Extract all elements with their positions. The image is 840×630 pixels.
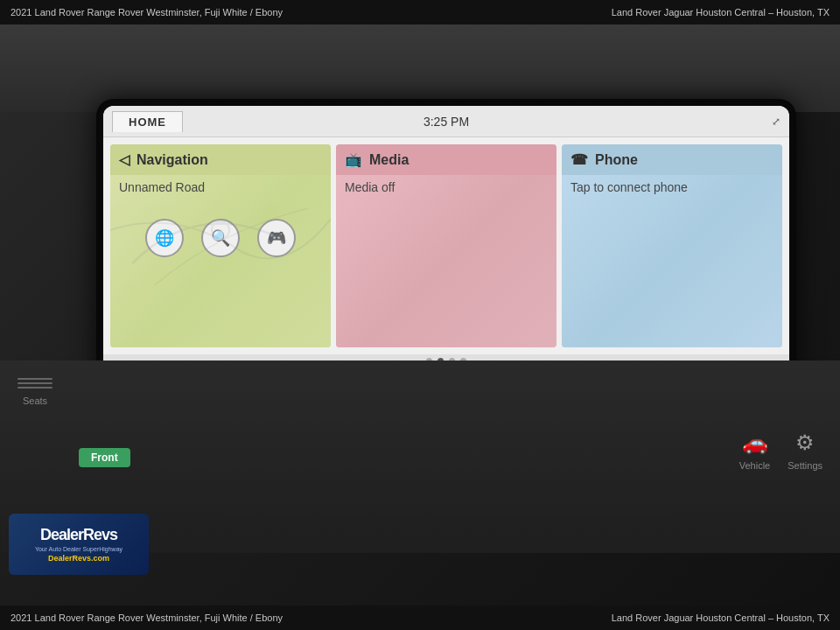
- phone-label: Phone: [595, 152, 638, 168]
- settings-control[interactable]: ⚙ Settings: [788, 430, 822, 471]
- navigation-label: Navigation: [136, 152, 208, 168]
- nav-map-decoration: [110, 175, 331, 285]
- watermark-tagline: Your Auto Dealer SuperHighway: [35, 546, 122, 552]
- media-sub-text: Media off: [345, 180, 395, 194]
- settings-label: Settings: [788, 460, 822, 471]
- bottom-bar-left: 2021 Land Rover Range Rover Westminster,…: [10, 612, 283, 623]
- settings-gear-icon: ⚙: [795, 430, 815, 455]
- phone-sub-text: Tap to connect phone: [570, 180, 688, 194]
- seat-lines-icon: [18, 378, 52, 388]
- seat-line-3: [18, 387, 52, 388]
- home-tab[interactable]: HOME: [112, 111, 183, 132]
- seat-controls: Seats: [18, 378, 52, 406]
- expand-icon[interactable]: ⤢: [772, 116, 780, 128]
- tiles-area: ◁ Navigation Unnamed Road: [103, 137, 789, 354]
- right-controls: 🚗 Vehicle ⚙ Settings: [739, 430, 822, 471]
- phone-tile[interactable]: ☎ Phone Tap to connect phone: [562, 144, 782, 347]
- screen-time: 3:25 PM: [424, 115, 469, 129]
- vehicle-icon: 🚗: [742, 430, 768, 455]
- bottom-bar: 2021 Land Rover Range Rover Westminster,…: [0, 606, 840, 630]
- top-bar-right: Land Rover Jaguar Houston Central – Hous…: [612, 7, 830, 18]
- media-icon: 📺: [345, 151, 362, 168]
- media-label: Media: [369, 152, 409, 168]
- navigation-tile-content: Unnamed Road 🌐 🔍 🎮: [110, 175, 331, 347]
- watermark-logo-text: DealerRevs: [40, 526, 117, 544]
- watermark-url: DealerRevs.com: [48, 554, 109, 563]
- media-tile-header: 📺 Media: [336, 144, 556, 175]
- photo-background: HOME 3:25 PM ⤢ ◁ Navigation: [0, 24, 840, 606]
- dealerrevs-watermark: DealerRevs Your Auto Dealer SuperHighway…: [9, 514, 149, 575]
- vehicle-label: Vehicle: [739, 460, 770, 471]
- top-bar-left: 2021 Land Rover Range Rover Westminster,…: [10, 7, 283, 18]
- seat-line-2: [18, 382, 52, 384]
- front-button[interactable]: Front: [79, 448, 130, 467]
- screen-header: HOME 3:25 PM ⤢: [103, 106, 789, 137]
- top-bar: 2021 Land Rover Range Rover Westminster,…: [0, 0, 840, 24]
- seats-label: Seats: [23, 396, 47, 406]
- phone-tile-header: ☎ Phone: [562, 144, 782, 175]
- navigation-tile-header: ◁ Navigation: [110, 144, 331, 175]
- media-tile[interactable]: 📺 Media Media off: [336, 144, 556, 347]
- phone-icon: ☎: [570, 151, 588, 168]
- navigation-tile[interactable]: ◁ Navigation Unnamed Road: [110, 144, 331, 347]
- bottom-bar-right: Land Rover Jaguar Houston Central – Hous…: [612, 612, 830, 623]
- media-tile-content: Media off: [336, 175, 556, 347]
- vehicle-control[interactable]: 🚗 Vehicle: [739, 430, 770, 471]
- seat-line-1: [18, 378, 52, 380]
- navigation-icon: ◁: [119, 151, 130, 168]
- phone-tile-content: Tap to connect phone: [562, 175, 782, 347]
